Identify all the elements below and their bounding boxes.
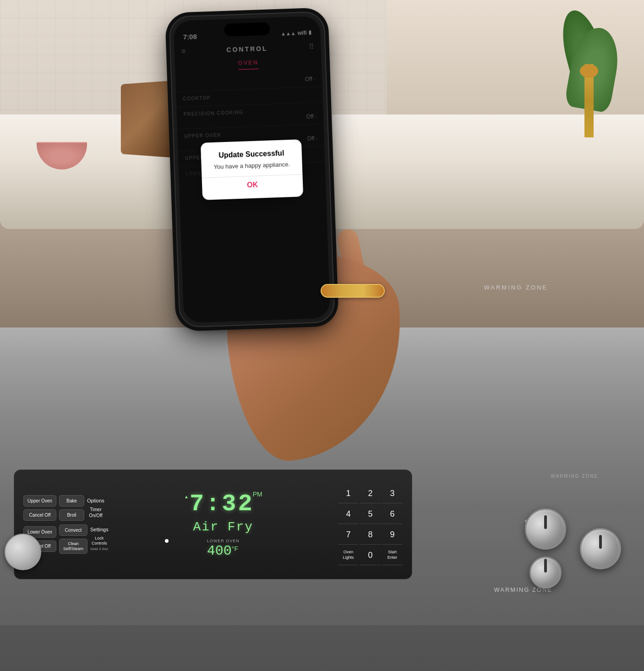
airfry-display: Air Fry xyxy=(193,520,254,534)
app-content: Off › COOKTOP PRECISION COOKING Off › xyxy=(175,71,331,323)
lower-oven-label: LOWER OVEN xyxy=(207,539,240,543)
time-display: 7:32 xyxy=(190,491,254,518)
settings-lock-group: Settings LockControlsHold 3 Sec xyxy=(90,526,109,551)
modal-divider xyxy=(202,174,303,178)
far-right-knob[interactable] xyxy=(580,528,621,569)
lock-controls-label: LockControlsHold 3 Sec xyxy=(90,536,109,552)
options-label: Options xyxy=(87,497,104,504)
num-5-button[interactable]: 5 xyxy=(360,505,381,524)
temp-unit: °F xyxy=(232,545,238,552)
settings-label: Settings xyxy=(90,526,109,533)
num-4-button[interactable]: 4 xyxy=(338,505,359,524)
brass-decor xyxy=(580,64,607,156)
phone-frame: 7:08 ▲▲▲ wifi ▮ ≡ CONTROL ⠿ OVEN xyxy=(169,11,335,327)
phone-screen: 7:08 ▲▲▲ wifi ▮ ≡ CONTROL ⠿ OVEN xyxy=(174,16,331,323)
modal-title: Update Successful xyxy=(210,148,293,159)
display-area: ▲ 7:32 PM Air Fry LOWER OVEN 400 °F xyxy=(115,491,331,559)
numpad: 1 2 3 4 5 6 7 8 9 OvenLights 0 StartEnte… xyxy=(338,484,403,565)
warming-zone-text: WARMING ZONE xyxy=(484,284,548,291)
timer-label: TimerOn/Off xyxy=(87,507,104,518)
wireless-indicator xyxy=(165,539,169,543)
start-enter-button[interactable]: StartEnter xyxy=(382,546,403,565)
surf-label: WARMING ZONE xyxy=(551,474,598,479)
wifi-indicator: ▲ xyxy=(184,494,189,499)
num-3-button[interactable]: 3 xyxy=(382,484,403,503)
num-8-button[interactable]: 8 xyxy=(360,525,381,545)
convect-button[interactable]: Convect xyxy=(59,524,87,536)
lower-oven-temp: 400 xyxy=(207,543,232,559)
modal-overlay: Update Successful You have a happy appli… xyxy=(174,16,331,323)
convect-clean-group: Convect CleanSelf/Steam xyxy=(59,524,87,554)
num-0-button[interactable]: 0 xyxy=(360,546,381,565)
upper-oven-button[interactable]: Upper Oven xyxy=(23,495,56,507)
plant-decor xyxy=(529,0,621,147)
clean-button[interactable]: CleanSelf/Steam xyxy=(59,539,87,554)
modal-message: You have a happy appliance. xyxy=(210,160,293,170)
left-knob[interactable] xyxy=(5,534,41,570)
upper-oven-group: Upper Oven Cancel Off xyxy=(23,495,56,521)
cutting-board xyxy=(121,81,175,158)
update-modal: Update Successful You have a happy appli… xyxy=(201,139,303,200)
options-timer-group: Options TimerOn/Off xyxy=(87,497,104,518)
num-2-button[interactable]: 2 xyxy=(360,484,381,503)
phone: 7:08 ▲▲▲ wifi ▮ ≡ CONTROL ⠿ OVEN xyxy=(169,11,335,327)
right-knobs-group xyxy=(525,508,566,589)
right-knob-1[interactable] xyxy=(525,508,566,550)
cancel-off-1-button[interactable]: Cancel Off xyxy=(23,509,56,521)
bracelet xyxy=(321,284,385,298)
broil-button[interactable]: Broil xyxy=(59,509,84,521)
bake-button[interactable]: Bake xyxy=(59,495,84,507)
right-knob-2[interactable] xyxy=(529,556,562,589)
num-7-button[interactable]: 7 xyxy=(338,525,359,545)
bake-broil-group: Bake Broil xyxy=(59,495,84,521)
knob-area xyxy=(525,508,621,589)
num-6-button[interactable]: 6 xyxy=(382,505,403,524)
period-label: PM xyxy=(253,491,262,498)
num-1-button[interactable]: 1 xyxy=(338,484,359,503)
control-panel: Upper Oven Cancel Off Bake Broil Options xyxy=(14,469,412,579)
num-9-button[interactable]: 9 xyxy=(382,525,403,545)
oven-lights-button[interactable]: OvenLights xyxy=(338,546,359,565)
modal-ok-button[interactable]: OK xyxy=(211,179,294,190)
